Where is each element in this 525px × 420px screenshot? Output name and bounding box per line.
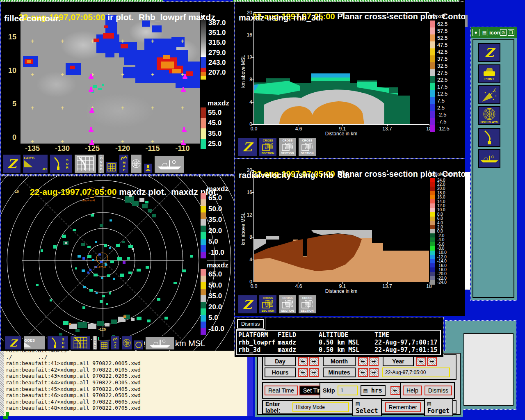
rings-overlay-button-active[interactable]	[121, 336, 132, 350]
forget-button[interactable]: ▤ Forget	[424, 398, 453, 416]
datetime-field[interactable]: 22-Aug-97,7:05:00	[382, 368, 450, 377]
data-cell	[87, 272, 89, 274]
cross-section-button-active[interactable]: CROSS SECTION	[258, 294, 277, 314]
desktop-white-strip	[465, 172, 470, 290]
minutes-forward-button[interactable]: →	[369, 368, 379, 377]
titlebar-dot-icon[interactable]: ⊙	[500, 29, 507, 36]
month-back-button[interactable]: ←	[358, 357, 368, 366]
data-cell	[109, 247, 111, 249]
month-button[interactable]: Month	[323, 356, 356, 366]
xsec2-plot-area[interactable]: 0.04.69.113.718 201612840 Distance in km	[253, 170, 429, 282]
table-row[interactable]: rhb_lowprf maxdz 0.50 km MSL 22-Aug-97,7…	[238, 339, 438, 346]
zeb-logo-button[interactable]: Z	[478, 43, 500, 62]
help-button[interactable]: Help	[403, 386, 422, 395]
data-cell	[148, 209, 152, 212]
select-button[interactable]: ▤ Select	[352, 398, 381, 416]
skip-units-button[interactable]: ▤ hrs	[361, 385, 386, 396]
skip-back-button[interactable]: ←	[390, 386, 400, 395]
data-cell	[173, 282, 177, 284]
goes-ir-button[interactable]: GOES	[23, 336, 46, 350]
ir-toolbar: Z GOES .IR SUR BOUNDS MAP	[2, 154, 185, 173]
sur-radar-button[interactable]: SUR	[49, 154, 73, 173]
cube-icon	[281, 300, 294, 309]
ship-button[interactable]	[154, 155, 185, 173]
bounds-button[interactable]: BOUNDS	[98, 154, 105, 173]
data-cell	[147, 320, 151, 322]
sur-radar-button[interactable]: SUR	[47, 336, 69, 350]
cross-section-button[interactable]: CROSS SECTION	[298, 294, 317, 314]
data-cell	[92, 259, 94, 261]
zeb-logo-button[interactable]: Z	[2, 154, 21, 173]
day-button[interactable]: Day	[265, 356, 296, 366]
data-cell	[98, 253, 101, 256]
label-field[interactable]: History Mode	[292, 402, 349, 412]
hours-button[interactable]: Hours	[265, 368, 296, 377]
subgrid-button[interactable]	[105, 161, 118, 173]
data-cell	[75, 267, 77, 269]
ship-button[interactable]	[478, 149, 500, 168]
satellite-dish-button[interactable]	[478, 85, 500, 104]
ir-colorbar	[201, 20, 206, 80]
map-button[interactable]: MAP	[119, 154, 129, 173]
print-button[interactable]: PRINT	[478, 64, 500, 83]
time-dismiss-button[interactable]: Dismiss	[425, 386, 452, 395]
terminal-scrollbar[interactable]	[247, 351, 253, 416]
overlays-button[interactable]: OVERLAYS	[478, 106, 500, 125]
grid-overlay-button[interactable]	[74, 154, 97, 173]
hours-back-button[interactable]: ←	[298, 368, 308, 377]
map-button[interactable]: MAP	[110, 336, 120, 350]
subgrid-button[interactable]	[99, 340, 110, 350]
circle-overlay-button[interactable]	[133, 340, 144, 350]
icon-toolbox-window: ● ▤ icon ⊙ ❐ Z PRINT OVERLAYS	[471, 27, 517, 300]
ir-x-axis: -135-130-125-120-115-110	[1, 2, 234, 174]
titlebar-menu-icon[interactable]: ●	[472, 29, 479, 36]
radar-antenna-button[interactable]	[478, 128, 500, 147]
terminal-text[interactable]: rain:beaufait:40>ls ./ ../rain:beaufait:…	[6, 351, 246, 416]
rings-icon	[131, 159, 141, 169]
data-cell	[190, 255, 193, 258]
month-forward-button[interactable]: →	[369, 357, 379, 366]
year-button[interactable]: Year	[383, 356, 414, 366]
data-cell	[87, 246, 91, 248]
grid-overlay-button-active[interactable]	[70, 336, 91, 350]
zeb-logo-button[interactable]: Z	[237, 294, 258, 314]
ir-plot-window: ++++++++++++++++++++++++ 22-aug-1997,07:…	[1, 2, 234, 174]
empty-list-content[interactable]	[463, 333, 514, 406]
cross-section-button[interactable]: CROSS SECTION	[278, 137, 297, 157]
terminal-window: rain:beaufait:40>ls ./ ../rain:beaufait:…	[0, 351, 253, 416]
titlebar-restore-icon[interactable]: ❐	[508, 29, 514, 36]
platform-table: PLATFORM FIELD ALTITUDE TIME rhb_lowprf …	[236, 330, 441, 355]
titlebar-doc-icon[interactable]: ▤	[481, 29, 488, 36]
xsec1-colorbar-label: maxdz	[430, 13, 445, 19]
xsec1-plot-area[interactable]: 0.04.69.113.718 201612840 Distance in km	[253, 12, 429, 125]
data-cell	[116, 244, 120, 247]
data-cell	[88, 324, 96, 329]
goes-ir-button[interactable]: GOES .IR	[22, 154, 48, 173]
table-row[interactable]: rhb_3d maxdz 0.50 km MSL 22-Aug-97,7:01:…	[238, 346, 438, 354]
remember-button[interactable]: Remember	[385, 402, 421, 412]
day-back-button[interactable]: ←	[298, 357, 308, 366]
cross-section-button[interactable]: CROSS SECTION	[278, 294, 297, 314]
ship-button[interactable]	[145, 336, 175, 350]
cross-section-button[interactable]: CROSS SECTION	[298, 137, 317, 157]
minutes-button[interactable]: Minutes	[323, 368, 356, 377]
day-forward-button[interactable]: →	[309, 357, 319, 366]
real-time-button[interactable]: Real Time	[265, 386, 298, 395]
hours-forward-button[interactable]: →	[309, 368, 319, 377]
zeb-logo-button[interactable]: Z	[4, 336, 22, 350]
icon-window-titlebar[interactable]: ● ▤ icon ⊙ ❐	[471, 27, 517, 38]
radar-ppi-window: who+-m+t b<-125-8 + 22-aug-1997,07:05:00…	[1, 176, 234, 352]
year-back-button[interactable]: ←	[416, 357, 426, 366]
buoy-button[interactable]	[143, 163, 153, 173]
year-forward-button[interactable]: →	[427, 357, 437, 366]
skip-value-field[interactable]: 1	[338, 386, 358, 395]
icon-window-body: Z PRINT OVERLAYS	[472, 39, 514, 298]
rings-overlay-button[interactable]	[130, 154, 142, 173]
platform-dismiss-button[interactable]: Dismiss	[237, 319, 264, 329]
zeb-logo-button[interactable]: Z	[237, 137, 258, 157]
radar-colorbar1-ticks: 65.050.035.020.05.0-10.0	[208, 193, 224, 258]
satellite-dish-icon	[481, 87, 498, 103]
minutes-back-button[interactable]: ←	[358, 368, 368, 377]
bounds-button[interactable]: BOUNDS	[92, 336, 98, 350]
cross-section-button-active[interactable]: CROSS SECTION	[258, 137, 277, 157]
